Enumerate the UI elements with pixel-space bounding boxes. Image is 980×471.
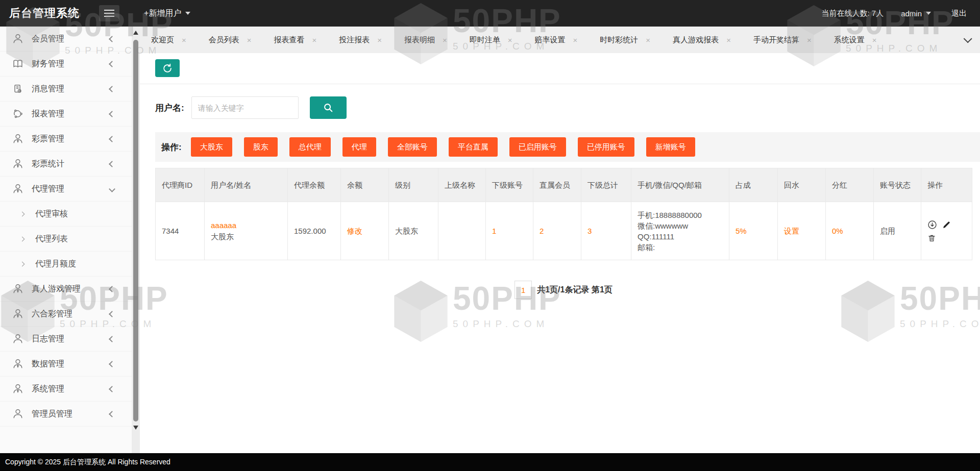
- chevron-left-icon: [109, 386, 115, 392]
- close-icon[interactable]: ×: [573, 36, 578, 44]
- close-icon[interactable]: ×: [508, 36, 512, 44]
- commission-link[interactable]: 5%: [736, 227, 747, 235]
- tab-report-detail[interactable]: 报表明细×: [404, 35, 447, 45]
- username-link[interactable]: aaaaaa: [211, 220, 281, 231]
- app-title: 后台管理系统: [9, 6, 80, 21]
- add-user-dropdown[interactable]: +新增用户: [144, 8, 190, 19]
- col-agent-balance: 代理余额: [288, 168, 341, 202]
- page-number-button[interactable]: 1: [514, 281, 532, 299]
- content-panel: 用户名: 操作: 大股东 股东 总代理 代理 全部账号 平台直属 已启用账号 已…: [140, 53, 980, 453]
- trash-icon[interactable]: [927, 234, 936, 242]
- sidebar: 会员管理 财务管理 消息管理 报表管理 彩票管理 彩票统计: [0, 27, 132, 453]
- action-platform-direct[interactable]: 平台直属: [449, 137, 498, 157]
- sidebar-item-agent-list[interactable]: 代理列表: [0, 227, 132, 252]
- tab-manual-draw-settlement[interactable]: 手动开奖结算×: [753, 35, 812, 45]
- chevron-left-icon: [109, 136, 115, 142]
- chevron-left-icon: [109, 336, 115, 342]
- tab-welcome[interactable]: 欢迎页×: [151, 35, 186, 45]
- search-button[interactable]: [310, 96, 347, 119]
- agent-name: 大股东: [211, 231, 281, 242]
- sub-accounts-link[interactable]: 1: [492, 227, 496, 235]
- sidebar-item-member-mgmt[interactable]: 会员管理: [0, 27, 132, 52]
- action-agent[interactable]: 代理: [342, 137, 376, 157]
- logout-button[interactable]: 退出: [951, 9, 967, 18]
- user-tie-icon: [12, 308, 23, 319]
- sub-total-link[interactable]: 3: [587, 227, 592, 235]
- tab-overflow-chevron-icon[interactable]: [964, 34, 972, 43]
- cell-operations: [921, 202, 972, 260]
- admin-menu[interactable]: admin: [901, 9, 931, 18]
- action-disabled-accounts[interactable]: 已停用账号: [578, 137, 634, 157]
- caret-down-icon: [185, 12, 190, 15]
- close-icon[interactable]: ×: [807, 36, 812, 44]
- action-major-shareholder[interactable]: 大股东: [191, 137, 232, 157]
- app-header: 后台管理系统 +新增用户 当前在线人数: 7人 admin 退出: [0, 0, 980, 27]
- caret-down-icon: [926, 12, 931, 15]
- tab-report-view[interactable]: 报表查看×: [274, 35, 317, 45]
- refresh-icon: [162, 63, 173, 74]
- close-icon[interactable]: ×: [247, 36, 252, 44]
- agents-table: 代理商ID 用户名/姓名 代理余额 余额 级别 上级名称 下级账号 直属会员 下…: [155, 168, 972, 260]
- edit-pencil-icon[interactable]: [942, 220, 951, 229]
- close-icon[interactable]: ×: [312, 36, 317, 44]
- sidebar-item-admin-mgmt[interactable]: 管理员管理: [0, 402, 132, 427]
- scroll-down-arrow[interactable]: [133, 426, 138, 430]
- menu-toggle-button[interactable]: [99, 5, 119, 21]
- action-general-agent[interactable]: 总代理: [289, 137, 331, 157]
- sidebar-item-message-mgmt[interactable]: 消息管理: [0, 77, 132, 102]
- search-row: 用户名:: [155, 96, 972, 119]
- table-row: 7344 aaaaaa 大股东 1592.000 修改 大股东 1 2 3: [156, 202, 972, 260]
- refresh-button[interactable]: [155, 59, 180, 77]
- sidebar-item-lottery-stats[interactable]: 彩票统计: [0, 152, 132, 177]
- sidebar-item-log-mgmt[interactable]: 日志管理: [0, 327, 132, 352]
- sidebar-item-live-game-mgmt[interactable]: 真人游戏管理: [0, 277, 132, 302]
- close-icon[interactable]: ×: [646, 36, 650, 44]
- tab-system-settings[interactable]: 系统设置×: [834, 35, 877, 45]
- sidebar-item-report-mgmt[interactable]: 报表管理: [0, 102, 132, 127]
- col-operations: 操作: [921, 168, 972, 202]
- close-icon[interactable]: ×: [726, 36, 731, 44]
- cell-level: 大股东: [389, 202, 438, 260]
- sidebar-item-agent-mgmt[interactable]: 代理管理: [0, 177, 132, 202]
- action-add-account[interactable]: 新增账号: [646, 137, 695, 157]
- sidebar-item-mark-six-mgmt[interactable]: 六合彩管理: [0, 302, 132, 327]
- sidebar-item-lottery-mgmt[interactable]: 彩票管理: [0, 127, 132, 152]
- tab-odds-settings[interactable]: 赔率设置×: [535, 35, 578, 45]
- close-icon[interactable]: ×: [377, 36, 382, 44]
- col-dividend: 分红: [826, 168, 874, 202]
- close-icon[interactable]: ×: [872, 36, 877, 44]
- close-icon[interactable]: ×: [443, 36, 447, 44]
- sidebar-item-system-mgmt[interactable]: 系统管理: [0, 377, 132, 402]
- table-header-row: 代理商ID 用户名/姓名 代理余额 余额 级别 上级名称 下级账号 直属会员 下…: [156, 168, 972, 202]
- cell-username-name: aaaaaa 大股东: [205, 202, 288, 260]
- message-icon: [12, 83, 23, 94]
- tab-bar: 欢迎页× 会员列表× 报表查看× 投注报表× 报表明细× 即时注单× 赔率设置×…: [140, 27, 980, 53]
- sidebar-item-agent-monthly-quota[interactable]: 代理月额度: [0, 252, 132, 277]
- tab-live-game-report[interactable]: 真人游戏报表×: [673, 35, 731, 45]
- scrollbar-thumb[interactable]: [133, 40, 138, 422]
- cell-rebate: 设置: [778, 202, 826, 260]
- rebate-settings-link[interactable]: 设置: [784, 227, 799, 235]
- search-input[interactable]: [191, 96, 299, 119]
- action-enabled-accounts[interactable]: 已启用账号: [509, 137, 566, 157]
- tab-member-list[interactable]: 会员列表×: [209, 35, 252, 45]
- chevron-left-icon: [109, 161, 115, 167]
- sidebar-scrollbar[interactable]: [132, 27, 140, 453]
- sidebar-item-data-mgmt[interactable]: 数据管理: [0, 352, 132, 377]
- action-shareholder[interactable]: 股东: [244, 137, 278, 157]
- close-icon[interactable]: ×: [182, 36, 186, 44]
- down-arrow-circle-icon[interactable]: [927, 220, 937, 230]
- modify-balance-link[interactable]: 修改: [347, 227, 362, 235]
- chevron-left-icon: [109, 286, 115, 292]
- tab-ssc-stats[interactable]: 时时彩统计×: [600, 35, 650, 45]
- tab-instant-orders[interactable]: 即时注单×: [470, 35, 512, 45]
- dividend-link[interactable]: 0%: [832, 227, 843, 235]
- add-user-label: +新增用户: [144, 8, 181, 19]
- tab-bet-report[interactable]: 投注报表×: [339, 35, 382, 45]
- col-direct-members: 直属会员: [533, 168, 581, 202]
- sidebar-item-finance-mgmt[interactable]: 财务管理: [0, 52, 132, 77]
- scroll-up-arrow[interactable]: [133, 31, 138, 35]
- sidebar-item-agent-review[interactable]: 代理审核: [0, 202, 132, 227]
- action-all-accounts[interactable]: 全部账号: [388, 137, 437, 157]
- direct-members-link[interactable]: 2: [540, 227, 544, 235]
